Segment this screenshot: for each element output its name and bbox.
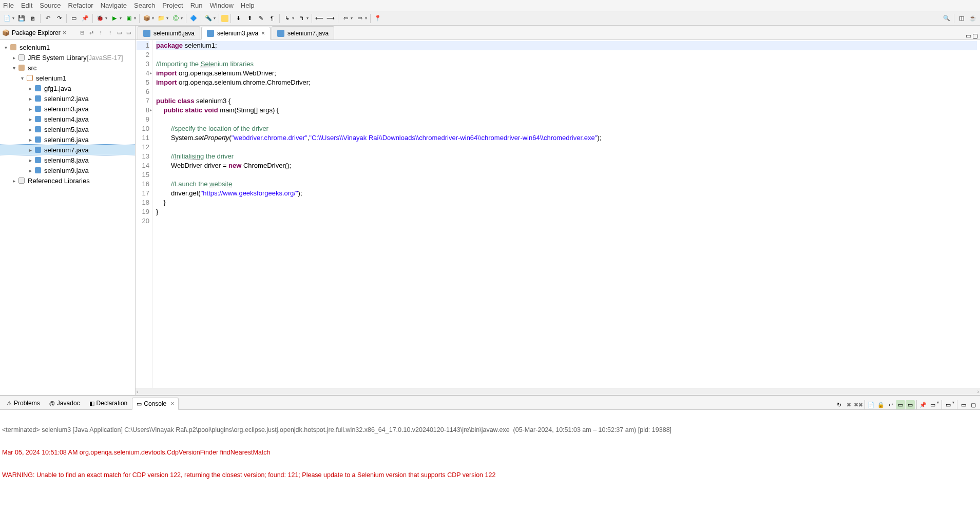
twisty-icon[interactable]: ▸ (27, 86, 34, 91)
horizontal-scrollbar[interactable]: ‹› (136, 388, 980, 395)
dropdown-icon[interactable]: ▾ (937, 400, 939, 409)
show-whitespace-icon[interactable]: ¶ (267, 13, 277, 24)
coverage-icon[interactable]: ▣ (124, 13, 134, 24)
display-selected-console-icon[interactable]: ▭ (928, 400, 937, 409)
dropdown-icon[interactable]: ▾ (292, 16, 294, 21)
minimize-icon[interactable]: ▭ (966, 32, 971, 39)
scroll-left-icon[interactable]: ‹ (137, 389, 138, 394)
close-icon[interactable]: × (170, 400, 174, 407)
dropdown-icon[interactable]: ▾ (306, 16, 309, 21)
remove-all-terminated-icon[interactable]: ✖✖ (854, 400, 863, 409)
dropdown-icon[interactable]: ▾ (166, 16, 168, 21)
scroll-right-icon[interactable]: › (977, 389, 979, 394)
code-editor[interactable]: 1234567891011121314151617181920 package … (136, 40, 980, 388)
twisty-icon[interactable]: ▸ (27, 157, 34, 163)
collapse-all-icon[interactable]: ⊟ (78, 28, 87, 37)
show-console-on-out-icon[interactable]: ▭ (896, 400, 905, 409)
pin-editor-icon[interactable]: 📍 (373, 13, 383, 24)
dropdown-icon[interactable]: ▾ (181, 16, 183, 21)
word-wrap-icon[interactable]: ↩ (886, 400, 895, 409)
file-node-selenium2-java[interactable]: ▸selenium2.java (0, 93, 135, 104)
close-icon[interactable]: × (63, 29, 67, 36)
remove-launch-icon[interactable]: ✖ (844, 400, 853, 409)
forward-history-icon[interactable]: ⇨ (355, 13, 365, 24)
pin-icon[interactable]: 📌 (80, 13, 90, 24)
open-console-icon[interactable]: ▭ (944, 400, 953, 409)
maximize-icon[interactable]: ▢ (969, 400, 978, 409)
new-java-project-icon[interactable]: 📦 (142, 13, 152, 24)
project-tree[interactable]: ▾selenium1▸JRE System Library [JavaSE-17… (0, 40, 135, 395)
file-node-selenium8-java[interactable]: ▸selenium8.java (0, 155, 135, 165)
close-icon[interactable]: × (261, 30, 265, 37)
bottom-tab-declaration[interactable]: ◧Declaration (85, 397, 132, 409)
file-node-selenium3-java[interactable]: ▸selenium3.java (0, 104, 135, 114)
console-output[interactable]: <terminated> selenium3 [Java Application… (0, 410, 980, 514)
new-icon[interactable]: 📄 (2, 13, 12, 24)
minimize-icon[interactable]: ▭ (959, 400, 968, 409)
undo-icon[interactable]: ↶ (43, 13, 53, 24)
terminate-relaunch-icon[interactable]: ↻ (834, 400, 843, 409)
menu-window[interactable]: Window (210, 2, 234, 9)
filter-icon[interactable]: ⫶ (96, 28, 105, 37)
twisty-icon[interactable]: ▸ (27, 168, 34, 173)
dropdown-icon[interactable]: ▾ (120, 16, 122, 21)
next-edit-icon[interactable]: ↳ (282, 13, 292, 24)
open-type-icon[interactable]: 🔷 (188, 13, 199, 24)
dropdown-icon[interactable]: ▾ (134, 16, 136, 21)
open-perspective-icon[interactable]: ◫ (956, 13, 967, 24)
editor-tab-selenium6-java[interactable]: selenium6.java (138, 26, 200, 39)
twisty-icon[interactable]: ▾ (18, 75, 26, 81)
project-node[interactable]: ▾selenium1 (0, 42, 135, 52)
editor-tab-selenium3-java[interactable]: selenium3.java× (201, 27, 271, 40)
quick-access-search-icon[interactable]: 🔍 (941, 13, 952, 24)
view-menu-icon[interactable]: ▭ (114, 28, 124, 37)
toggle-mark-icon[interactable] (221, 15, 228, 22)
link-editor-icon[interactable]: ⇄ (87, 28, 96, 37)
back-history-icon[interactable]: ⇦ (340, 13, 351, 24)
twisty-icon[interactable]: ▸ (27, 127, 34, 132)
bottom-tab-problems[interactable]: ⚠Problems (2, 397, 45, 409)
search-icon[interactable]: 🔦 (203, 13, 214, 24)
java-perspective-icon[interactable]: ☕ (968, 13, 978, 24)
file-node-selenium5-java[interactable]: ▸selenium5.java (0, 124, 135, 134)
redo-icon[interactable]: ↷ (54, 13, 64, 24)
code-content[interactable]: package selenium1; //Importing the Selen… (153, 40, 980, 388)
clear-console-icon[interactable]: 📄 (867, 400, 876, 409)
minimize-icon[interactable]: ▭ (124, 28, 133, 37)
menu-search[interactable]: Search (134, 2, 155, 9)
dropdown-icon[interactable]: ▾ (214, 16, 216, 21)
menu-file[interactable]: File (3, 2, 14, 9)
twisty-icon[interactable]: ▸ (27, 116, 34, 122)
maximize-icon[interactable]: ▢ (972, 32, 978, 39)
dropdown-icon[interactable]: ▾ (365, 16, 367, 21)
bottom-tab-javadoc[interactable]: @Javadoc (45, 397, 85, 409)
twisty-icon[interactable]: ▸ (10, 55, 17, 61)
save-all-icon[interactable]: 🗎 (28, 13, 38, 24)
last-edit-icon[interactable]: ✎ (256, 13, 266, 24)
src-folder-node[interactable]: ▾src (0, 63, 135, 73)
file-node-selenium7-java[interactable]: ▸selenium7.java (0, 145, 135, 155)
jre-node[interactable]: ▸JRE System Library [JavaSE-17] (0, 52, 135, 63)
toggle-breadcrumb-icon[interactable]: ▭ (69, 13, 79, 24)
file-node-selenium4-java[interactable]: ▸selenium4.java (0, 114, 135, 124)
twisty-icon[interactable]: ▾ (2, 45, 9, 50)
twisty-icon[interactable]: ▸ (27, 106, 34, 112)
bottom-tab-console[interactable]: ▭Console× (132, 398, 179, 410)
back-icon[interactable]: ⟵ (314, 13, 324, 24)
twisty-icon[interactable]: ▾ (10, 65, 17, 71)
menu-navigate[interactable]: Navigate (101, 2, 127, 9)
package-node[interactable]: ▾selenium1 (0, 73, 135, 83)
dropdown-icon[interactable]: ▾ (952, 400, 954, 409)
new-package-icon[interactable]: 📁 (156, 13, 166, 24)
next-annotation-icon[interactable]: ⬇ (233, 13, 243, 24)
focus-icon[interactable]: ⫶ (105, 28, 114, 37)
dropdown-icon[interactable]: ▾ (105, 16, 107, 21)
twisty-icon[interactable]: ▸ (27, 147, 34, 153)
prev-annotation-icon[interactable]: ⬆ (244, 13, 255, 24)
prev-edit-icon[interactable]: ↰ (296, 13, 306, 24)
file-node-selenium6-java[interactable]: ▸selenium6.java (0, 134, 135, 145)
editor-tab-selenium7-java[interactable]: selenium7.java (272, 26, 334, 39)
menu-edit[interactable]: Edit (21, 2, 32, 9)
twisty-icon[interactable]: ▸ (10, 178, 17, 184)
twisty-icon[interactable]: ▸ (27, 137, 34, 143)
